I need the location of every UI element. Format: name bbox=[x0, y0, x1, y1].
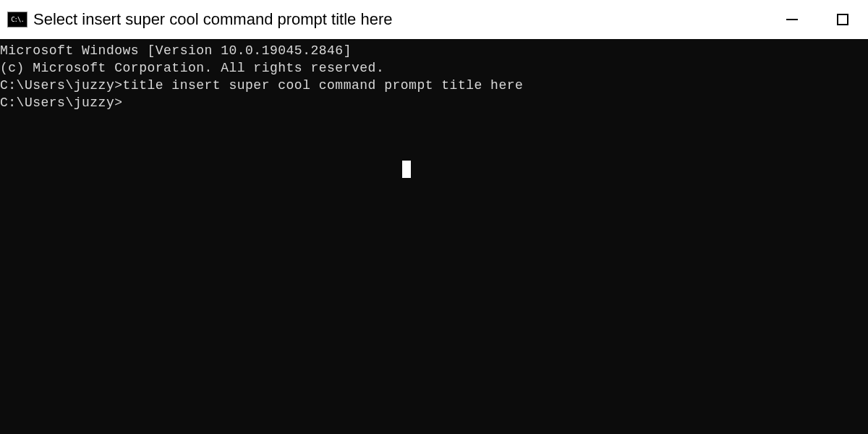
terminal-area[interactable]: Microsoft Windows [Version 10.0.19045.28… bbox=[0, 39, 868, 434]
minimize-button[interactable] bbox=[767, 0, 817, 39]
maximize-icon bbox=[837, 14, 848, 25]
terminal-cursor bbox=[402, 161, 411, 178]
window-controls bbox=[767, 0, 868, 39]
maximize-button[interactable] bbox=[817, 0, 868, 39]
terminal-line: C:\Users\juzzy> bbox=[0, 94, 868, 111]
terminal-line: Microsoft Windows [Version 10.0.19045.28… bbox=[0, 42, 868, 59]
cmd-icon: C:\. bbox=[7, 12, 27, 27]
window-title: Select insert super cool command prompt … bbox=[33, 10, 392, 29]
terminal-line: C:\Users\juzzy>title insert super cool c… bbox=[0, 77, 868, 94]
command-prompt-window: C:\. Select insert super cool command pr… bbox=[0, 0, 868, 434]
minimize-icon bbox=[786, 19, 798, 20]
terminal-line: (c) Microsoft Corporation. All rights re… bbox=[0, 59, 868, 77]
titlebar[interactable]: C:\. Select insert super cool command pr… bbox=[0, 0, 868, 39]
